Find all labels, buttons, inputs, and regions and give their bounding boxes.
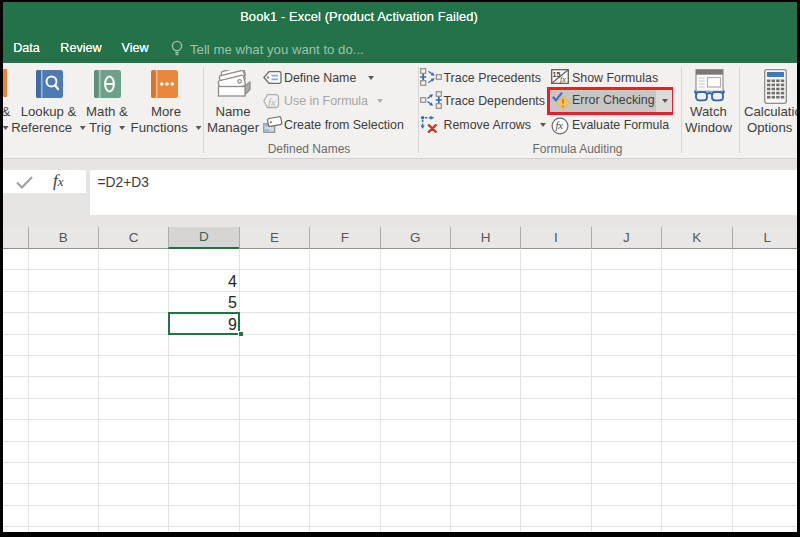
svg-text:fx: fx <box>555 120 563 131</box>
svg-text:fx: fx <box>268 96 276 107</box>
svg-text:fx: fx <box>560 75 566 84</box>
